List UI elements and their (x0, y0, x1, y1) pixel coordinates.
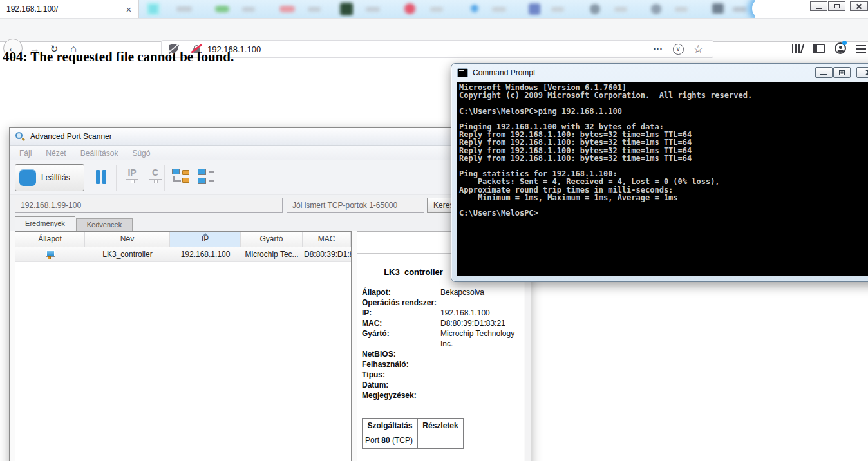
cmd-close-button[interactable] (856, 67, 868, 78)
page-actions-icon[interactable]: ⋯ (653, 43, 663, 55)
detail-field-value (440, 297, 522, 308)
address-bar[interactable]: 192.168.1.100 ⋯ ∨ ☆ (161, 40, 713, 58)
detail-field-value: Bekapcsolva (440, 287, 522, 297)
cmd-app-icon (457, 68, 468, 77)
detail-field-label: NetBIOS: (362, 349, 440, 359)
computer-online-icon (45, 249, 56, 260)
menu-settings[interactable]: Beállítások (73, 149, 126, 158)
detail-field-label: Felhasználó: (362, 359, 440, 370)
ports-input[interactable] (287, 198, 424, 213)
stop-scan-button[interactable]: Leállítás (15, 164, 84, 191)
pocket-icon[interactable]: ∨ (673, 44, 684, 55)
column-vendor[interactable]: Gyártó (241, 232, 303, 247)
scanner-app-icon (15, 131, 25, 142)
detail-field-label: MAC: (362, 318, 440, 328)
detail-field-label: Operációs rendszer: (362, 297, 440, 308)
row-status-cell (15, 249, 85, 260)
menu-file[interactable]: Fájl (12, 149, 39, 158)
close-icon (865, 69, 868, 76)
services-column-details: Részletek (418, 419, 463, 433)
services-row: Port 80 (TCP) (363, 433, 463, 448)
row-name-cell: LK3_controller (85, 250, 170, 259)
restore-icon (839, 70, 845, 75)
services-table-header: Szolgáltatás Részletek (363, 419, 463, 433)
scanner-window-title: Advanced Port Scanner (30, 132, 112, 141)
toolbar-separator (116, 165, 117, 191)
browser-tab[interactable]: 192.168.1.100/ × (0, 0, 139, 18)
detail-field-value (440, 380, 522, 390)
detail-field-value: 192.168.1.100 (440, 308, 522, 318)
computer-tools-icon[interactable]: C (146, 167, 164, 180)
ip-tools-icon[interactable]: IP (123, 167, 141, 180)
browser-close-button[interactable] (850, 1, 868, 11)
terminal-output: Microsoft Windows [Version 6.1.7601] Cop… (457, 82, 868, 217)
menu-icon[interactable] (856, 45, 866, 53)
column-name[interactable]: Név (85, 232, 170, 247)
tab-results[interactable]: Eredmények (15, 216, 75, 231)
detail-field-label: Gyártó: (362, 328, 440, 349)
detail-field-label: Állapot: (362, 287, 440, 297)
tab-close-icon[interactable]: × (123, 4, 135, 15)
column-ip[interactable]: IP (170, 232, 241, 247)
detail-field-value (440, 349, 522, 359)
cmd-window-title: Command Prompt (473, 68, 535, 77)
toolbar-separator (164, 165, 165, 191)
list-view-icon[interactable] (198, 169, 220, 187)
minimize-icon (820, 74, 827, 75)
column-status[interactable]: Állapot (15, 232, 85, 247)
pause-icon[interactable] (96, 170, 107, 184)
column-mac[interactable]: MAC (303, 232, 351, 247)
terminal-screen[interactable]: Microsoft Windows [Version 6.1.7601] Cop… (457, 82, 868, 276)
row-vendor-cell: Microchip Tec... (241, 250, 303, 259)
url-text[interactable]: 192.168.1.100 (207, 44, 653, 54)
cmd-minimize-button[interactable] (815, 67, 833, 78)
detail-field-value: D8:80:39:D1:83:21 (440, 318, 522, 328)
table-row[interactable]: LK3_controller 192.168.1.100 Microchip T… (15, 247, 351, 262)
detail-field-value (440, 390, 522, 400)
detail-field-value (440, 370, 522, 380)
detail-field-label: Megjegyzések: (362, 390, 440, 400)
minimize-icon (816, 8, 822, 9)
menu-help[interactable]: Súgó (125, 149, 157, 158)
menu-view[interactable]: Nézet (39, 149, 73, 158)
tab-favorites[interactable]: Kedvencek (76, 218, 133, 231)
sort-ascending-icon (203, 233, 208, 236)
browser-maximize-button[interactable] (828, 1, 845, 11)
service-port-cell: Port 80 (TCP) (363, 433, 418, 448)
blurred-icons (139, 0, 755, 18)
browser-minimize-button[interactable] (810, 1, 827, 11)
service-details-cell (418, 433, 463, 448)
stop-label: Leállítás (41, 173, 70, 182)
results-table: Állapot Név IP Gyártó MAC LK3_controller… (15, 231, 352, 461)
device-title: LK3_controller (362, 267, 465, 277)
detail-field-label: Típus: (362, 370, 440, 380)
stop-icon (19, 169, 36, 186)
browser-toolbar: ← → ↻ ⌂ 192.168.1.100 ⋯ ∨ ☆ (0, 18, 868, 42)
row-ip-cell: 192.168.1.100 (170, 250, 241, 259)
device-fields: Állapot:Bekapcsolva Operációs rendszer: … (362, 287, 522, 400)
maximize-icon (834, 4, 840, 8)
ip-range-input[interactable] (15, 198, 283, 213)
bookmark-star-icon[interactable]: ☆ (693, 42, 703, 56)
library-icon[interactable] (791, 42, 805, 55)
services-table: Szolgáltatás Részletek Port 80 (TCP) (362, 418, 464, 449)
detail-field-label: IP: (362, 308, 440, 318)
network-tree-view-icon[interactable] (172, 169, 194, 187)
detail-field-value: Microchip Technology Inc. (440, 328, 522, 349)
page-error-text: 404: The requested file cannot be found. (3, 49, 234, 65)
tab-bar: 192.168.1.100/ × (0, 0, 868, 18)
results-table-header: Állapot Név IP Gyártó MAC (15, 232, 351, 247)
account-badge (842, 41, 847, 45)
sidebar-icon[interactable] (813, 44, 825, 53)
cmd-titlebar[interactable]: Command Prompt (451, 64, 868, 82)
blurred-tab-strip (139, 0, 755, 18)
cmd-restore-button[interactable] (833, 67, 851, 78)
detail-field-value (440, 359, 522, 370)
tab-title: 192.168.1.100/ (0, 5, 123, 14)
services-column-service: Szolgáltatás (363, 419, 418, 433)
detail-field-label: Dátum: (362, 380, 440, 390)
command-prompt-window: Command Prompt Microsoft Windows [Versio… (451, 63, 868, 282)
row-mac-cell: D8:80:39:D1:83:21 (303, 250, 351, 259)
close-icon (856, 3, 862, 10)
